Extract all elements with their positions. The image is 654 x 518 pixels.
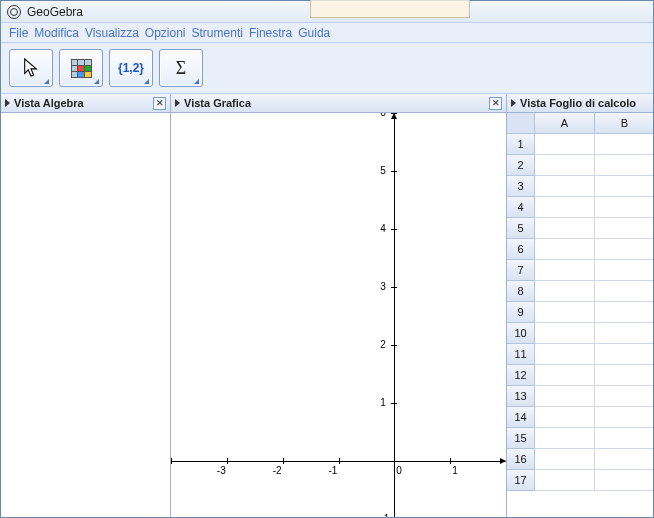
- cell[interactable]: [595, 239, 653, 260]
- row-header[interactable]: 14: [507, 407, 535, 428]
- cell[interactable]: [535, 449, 595, 470]
- y-tick: [391, 345, 397, 346]
- cell[interactable]: [535, 386, 595, 407]
- menu-window[interactable]: Finestra: [249, 26, 292, 40]
- spreadsheet-grid[interactable]: AB1234567891011121314151617: [507, 113, 653, 518]
- cell[interactable]: [595, 176, 653, 197]
- row-header[interactable]: 2: [507, 155, 535, 176]
- menu-file[interactable]: File: [9, 26, 28, 40]
- cell[interactable]: [535, 470, 595, 491]
- cell[interactable]: [535, 176, 595, 197]
- cell[interactable]: [595, 218, 653, 239]
- cell[interactable]: [535, 281, 595, 302]
- cell[interactable]: [595, 260, 653, 281]
- row-header[interactable]: 1: [507, 134, 535, 155]
- row-header[interactable]: 7: [507, 260, 535, 281]
- cell[interactable]: [595, 281, 653, 302]
- menu-edit[interactable]: Modifica: [34, 26, 79, 40]
- row-header[interactable]: 3: [507, 176, 535, 197]
- panel-header-foglio[interactable]: Vista Foglio di calcolo: [507, 94, 653, 113]
- col-header[interactable]: B: [595, 113, 653, 134]
- tool-spreadsheet[interactable]: [59, 49, 103, 87]
- disclosure-icon: [511, 99, 516, 107]
- cell[interactable]: [595, 323, 653, 344]
- x-tick-label: 0: [396, 465, 402, 476]
- panel-grafica: Vista Grafica ✕ -4-3-2-1012-1123456: [171, 94, 507, 518]
- dropdown-corner-icon: [144, 79, 149, 84]
- cell[interactable]: [595, 302, 653, 323]
- row-header[interactable]: 4: [507, 197, 535, 218]
- row-header[interactable]: 16: [507, 449, 535, 470]
- cell[interactable]: [535, 239, 595, 260]
- cell[interactable]: [595, 365, 653, 386]
- menu-help[interactable]: Guida: [298, 26, 330, 40]
- panel-header-grafica[interactable]: Vista Grafica ✕: [171, 94, 506, 113]
- row-header[interactable]: 13: [507, 386, 535, 407]
- x-tick: [283, 458, 284, 464]
- graph-canvas[interactable]: -4-3-2-1012-1123456: [171, 113, 506, 518]
- tool-list[interactable]: {1,2}: [109, 49, 153, 87]
- cell[interactable]: [535, 218, 595, 239]
- cell[interactable]: [535, 134, 595, 155]
- cell[interactable]: [595, 134, 653, 155]
- menu-tools[interactable]: Strumenti: [192, 26, 243, 40]
- algebra-content[interactable]: [1, 113, 170, 518]
- y-tick: [391, 287, 397, 288]
- panel-foglio: Vista Foglio di calcolo AB12345678910111…: [507, 94, 653, 518]
- row-header[interactable]: 11: [507, 344, 535, 365]
- row-header[interactable]: 9: [507, 302, 535, 323]
- col-header[interactable]: A: [535, 113, 595, 134]
- cell[interactable]: [535, 344, 595, 365]
- cell[interactable]: [535, 155, 595, 176]
- row-header[interactable]: 15: [507, 428, 535, 449]
- app-icon: [7, 5, 21, 19]
- x-tick-label: -3: [217, 465, 226, 476]
- close-panel-button[interactable]: ✕: [153, 97, 166, 110]
- y-tick: [391, 229, 397, 230]
- tool-sum[interactable]: Σ: [159, 49, 203, 87]
- y-tick-label: -1: [380, 513, 389, 518]
- cell[interactable]: [535, 365, 595, 386]
- row-header[interactable]: 8: [507, 281, 535, 302]
- menu-bar: File Modifica Visualizza Opzioni Strumen…: [1, 23, 653, 43]
- sheet-corner[interactable]: [507, 113, 535, 134]
- cell[interactable]: [595, 470, 653, 491]
- x-tick: [227, 458, 228, 464]
- row-header[interactable]: 12: [507, 365, 535, 386]
- cell[interactable]: [595, 197, 653, 218]
- cell[interactable]: [535, 323, 595, 344]
- dropdown-corner-icon: [94, 79, 99, 84]
- panel-header-algebra[interactable]: Vista Algebra ✕: [1, 94, 170, 113]
- x-tick-label: 1: [452, 465, 458, 476]
- close-panel-button[interactable]: ✕: [489, 97, 502, 110]
- panel-title: Vista Algebra: [14, 97, 84, 109]
- app-title: GeoGebra: [27, 5, 83, 19]
- cell[interactable]: [595, 344, 653, 365]
- x-tick: [339, 458, 340, 464]
- cell[interactable]: [535, 302, 595, 323]
- cell[interactable]: [595, 449, 653, 470]
- y-tick: [391, 113, 397, 114]
- y-tick-label: 5: [380, 165, 386, 176]
- tool-cursor[interactable]: [9, 49, 53, 87]
- y-tick-label: 6: [380, 113, 386, 118]
- tool-bar: {1,2} Σ: [1, 43, 653, 94]
- cell[interactable]: [535, 197, 595, 218]
- row-header[interactable]: 17: [507, 470, 535, 491]
- menu-options[interactable]: Opzioni: [145, 26, 186, 40]
- cell[interactable]: [595, 407, 653, 428]
- cell[interactable]: [595, 155, 653, 176]
- cell[interactable]: [535, 428, 595, 449]
- disclosure-icon: [5, 99, 10, 107]
- dropdown-corner-icon: [44, 79, 49, 84]
- y-tick: [391, 403, 397, 404]
- row-header[interactable]: 5: [507, 218, 535, 239]
- cursor-icon: [22, 57, 40, 79]
- row-header[interactable]: 10: [507, 323, 535, 344]
- row-header[interactable]: 6: [507, 239, 535, 260]
- menu-view[interactable]: Visualizza: [85, 26, 139, 40]
- cell[interactable]: [595, 386, 653, 407]
- cell[interactable]: [535, 260, 595, 281]
- cell[interactable]: [595, 428, 653, 449]
- cell[interactable]: [535, 407, 595, 428]
